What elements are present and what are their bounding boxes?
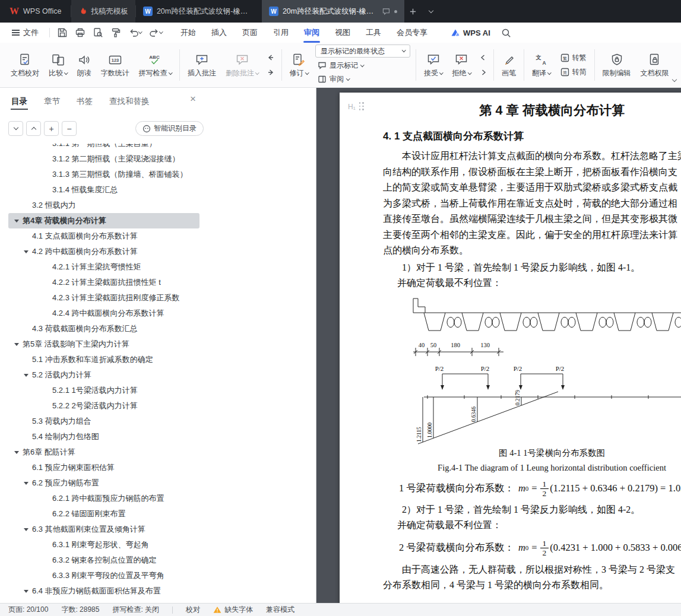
previous-change-button[interactable] [477, 52, 489, 63]
redo-button[interactable] [147, 26, 165, 40]
sidebar-tab[interactable]: 目录 [11, 96, 28, 107]
toc-item[interactable]: 4.2.4 跨中截面横向分布系数计算 [8, 306, 199, 321]
word-count-indicator[interactable]: 字数: 28985 [61, 605, 99, 615]
toc-expand-caret[interactable] [24, 482, 32, 485]
toc-expand-caret[interactable] [44, 189, 52, 192]
toc-item[interactable]: 6.2 预应力钢筋布置 [8, 475, 199, 491]
toc-item[interactable]: 5.4 绘制内力包络图 [8, 429, 199, 444]
show-markup-button[interactable]: 显示标记 [315, 59, 410, 71]
toc-item[interactable]: 6.4 非预应力钢筋截面面积估算及布置 [8, 583, 199, 599]
heading-collapse-handle[interactable]: H₁ [348, 102, 365, 111]
toc-expand-caret[interactable] [24, 590, 32, 593]
toc-item[interactable]: 6.3.1 刚束弯起形状、弯起角 [8, 537, 199, 553]
reject-button[interactable]: 拒绝 [448, 45, 476, 85]
toc-expand-caret[interactable] [44, 497, 52, 500]
review-pane-button[interactable]: 审阅 [315, 74, 410, 85]
sidebar-close-button[interactable]: × [186, 93, 199, 106]
toc-expand-caret[interactable] [24, 328, 32, 331]
toc-expand-caret[interactable] [24, 204, 32, 207]
toc-expand-caret[interactable] [44, 405, 52, 408]
accept-button[interactable]: 接受 [419, 45, 448, 85]
toc-item[interactable]: 5.2 活载内力计算 [8, 367, 199, 383]
spell-check-status[interactable]: 拼写检查: 关闭 [112, 605, 159, 615]
tab-template-store[interactable]: 找稿壳模板 [71, 0, 135, 23]
toc-item[interactable]: 4.2.1 计算主梁抗弯惯性矩 [8, 259, 199, 275]
print-button[interactable] [72, 26, 88, 40]
markup-state-select[interactable]: 显示标记的最终状态 [315, 45, 410, 58]
toc-item[interactable]: 4.2.3 计算主梁截面抗扭刚度修正系数 [8, 290, 199, 306]
toc-item[interactable]: 6.1 预应力钢束面积估算 [8, 460, 199, 475]
toc-item[interactable]: 6.3.3 刚束平弯段的位置及平弯角 [8, 568, 199, 583]
toc-expand-caret[interactable] [14, 220, 23, 223]
toc-expand-caret[interactable] [44, 574, 52, 577]
compat-mode-badge[interactable]: 兼容模式 [266, 605, 294, 615]
tab-document-1[interactable]: W 20m跨径装配式波纹钢-橡胶混凝土组... [136, 0, 262, 23]
toc-expand-caret[interactable] [44, 559, 52, 562]
restrict-edit-button[interactable]: 限制编辑 [598, 45, 636, 85]
toc-expand-caret[interactable] [24, 436, 32, 439]
next-comment-button[interactable] [265, 66, 277, 78]
toc-item[interactable]: 3.1.3 第三期恒载（防撞墙、桥面铺装） [8, 167, 199, 182]
toc-expand-all-button[interactable]: + [44, 121, 59, 136]
ribbon-collapse-button[interactable] [673, 73, 676, 84]
proofread-button[interactable]: 校对 [186, 605, 200, 615]
toc-item[interactable]: 3.1.4 恒载集度汇总 [8, 182, 199, 198]
sidebar-tab[interactable]: 章节 [43, 96, 61, 107]
spell-check-button[interactable]: ABC 拼写检查 [134, 45, 177, 85]
compare-button[interactable]: 比较 [44, 45, 72, 85]
missing-font-warning[interactable]: 缺失字体 [213, 605, 253, 615]
toc-item[interactable]: 6.2.2 锚固面刚束布置 [8, 506, 199, 522]
menu-item[interactable]: 插入 [204, 23, 235, 43]
toc-item[interactable]: 5.2.2 2号梁活载内力计算 [8, 398, 199, 414]
tab-list-button[interactable] [422, 0, 440, 23]
to-simplified-button[interactable]: 简 转简 [558, 66, 589, 78]
menu-item[interactable]: 开始 [173, 23, 204, 43]
toc-expand-caret[interactable] [24, 420, 32, 423]
toc-expand-caret[interactable] [44, 144, 52, 145]
doc-proof-button[interactable]: 文档校对 [6, 45, 44, 85]
toc-item[interactable]: 4.3 荷载截面横向分布系数汇总 [8, 321, 199, 336]
toc-item[interactable]: 5.2.1 1号梁活载内力计算 [8, 383, 199, 398]
toc-expand-caret[interactable] [24, 250, 32, 253]
toc-expand-caret[interactable] [44, 389, 52, 392]
toc-item[interactable]: 3.1.1 第一期恒载（主梁自重） [8, 144, 199, 151]
toc-expand-caret[interactable] [24, 235, 32, 238]
format-painter-button[interactable] [108, 26, 123, 40]
toc-item[interactable]: 3.2 恒载内力 [8, 198, 199, 213]
toc-item[interactable]: 5.1 冲击系数和车道折减系数的确定 [8, 352, 199, 367]
toc-expand-caret[interactable] [14, 343, 23, 346]
toc-item[interactable]: 5.3 荷载内力组合 [8, 414, 199, 429]
track-changes-button[interactable]: 修订 [285, 45, 313, 85]
toc-next-button[interactable] [8, 121, 23, 136]
print-preview-button[interactable] [90, 26, 106, 40]
doc-permission-button[interactable]: 文档权限 [636, 45, 674, 85]
toc-item[interactable]: 6.2.1 跨中截面预应力钢筋的布置 [8, 491, 199, 506]
menu-item[interactable]: 引用 [265, 23, 296, 43]
save-button[interactable] [55, 26, 70, 40]
toc-expand-caret[interactable] [44, 513, 52, 516]
menu-item[interactable]: 会员专享 [389, 23, 435, 43]
toc-expand-caret[interactable] [14, 451, 23, 454]
toc-item[interactable]: 6.3 其他截面刚束位置及倾角计算 [8, 522, 199, 537]
toc-item[interactable]: 3.1.2 第二期恒载（主梁现浇湿接缝） [8, 151, 199, 167]
toc-item[interactable]: 6.3.2 钢束各控制点位置的确定 [8, 553, 199, 568]
read-aloud-button[interactable]: 朗读 [72, 45, 96, 85]
wps-ai-button[interactable]: WPS AI [451, 28, 490, 37]
toc-item[interactable]: 4.1 支点截面横向分布系数计算 [8, 228, 199, 244]
toc-expand-caret[interactable] [44, 281, 52, 284]
menu-item[interactable]: 视图 [327, 23, 358, 43]
menu-item[interactable]: 工具 [358, 23, 389, 43]
new-tab-button[interactable] [404, 0, 422, 23]
toc-expand-caret[interactable] [44, 312, 52, 315]
to-traditional-button[interactable]: 繁 转繁 [558, 52, 589, 64]
file-menu-button[interactable]: 文件 [6, 23, 45, 43]
sidebar-tab[interactable]: 书签 [76, 96, 93, 107]
toc-expand-caret[interactable] [44, 297, 52, 300]
smart-toc-button[interactable]: 智能识别目录 [135, 121, 204, 136]
toc-item[interactable]: 4.2.2 计算主梁截面抗扭惯性矩 t [8, 275, 199, 290]
toc-item[interactable]: 第6章 配筋计算 [8, 444, 199, 460]
insert-comment-button[interactable]: 插入批注 [183, 45, 221, 85]
toc-expand-caret[interactable] [44, 173, 52, 176]
previous-comment-button[interactable] [265, 52, 277, 63]
menu-item[interactable]: 页面 [235, 23, 265, 43]
